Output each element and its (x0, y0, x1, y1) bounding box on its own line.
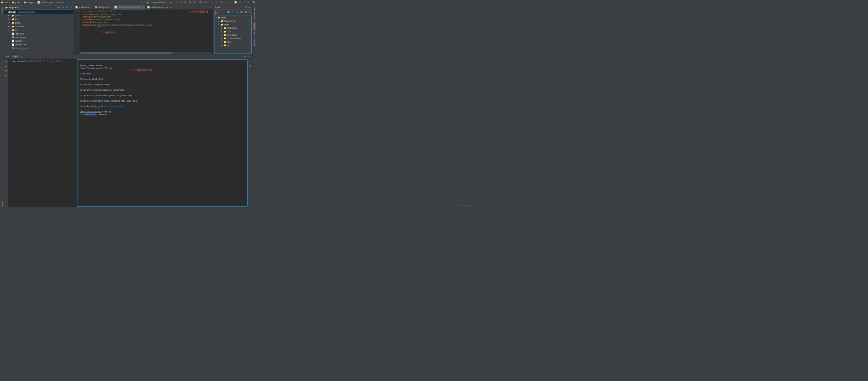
gear-icon[interactable]: ⚙ (245, 6, 248, 8)
minimize-icon[interactable]: — (69, 6, 72, 8)
build-duration: 5 m 47 s 768 ms (47, 60, 62, 63)
tree-item[interactable]: ▶📁META-INF (4, 25, 74, 28)
tree-root-user[interactable]: ▼📁 user ~/aidun/shanxi/user (4, 10, 74, 13)
gradle-collapse-icon[interactable]: ⇲ (236, 10, 239, 13)
hammer-icon[interactable]: ↘ (141, 1, 144, 4)
close-icon[interactable]: ✕ (21, 55, 23, 58)
rerun-icon[interactable]: ⟳ (5, 60, 7, 63)
tree-item[interactable]: ▶📁.gradle (4, 13, 74, 17)
tree-item[interactable]: 🐘build.gradle (4, 35, 74, 39)
window-icon[interactable]: ◻ (248, 1, 251, 4)
code-editor[interactable]: 1 2 3 4 5 6 7 8 #Thu May 10 21:25:29 CST… (74, 10, 213, 54)
close-icon[interactable]: ✕ (170, 6, 172, 8)
soft-wrap-icon[interactable]: ↩ (249, 60, 252, 63)
tree-item[interactable]: 📄.gitignore (4, 32, 74, 35)
gradle-node[interactable]: ▶📁build (214, 30, 251, 33)
vcs-history-icon[interactable]: 🕓 (234, 1, 237, 4)
close-icon[interactable]: ✕ (90, 6, 92, 8)
crumb-wrapper[interactable]: wrapper (27, 1, 34, 4)
branch-icon[interactable]: ⎇ (243, 1, 246, 4)
build-tab-sync[interactable]: Sync (12, 55, 19, 58)
gradle-node[interactable]: ▼📁Tasks (214, 23, 251, 26)
gear-icon[interactable]: ⚙ (66, 6, 69, 8)
build-header-label: Build: (5, 55, 10, 58)
stop-all-icon[interactable]: ◧ (216, 1, 218, 4)
build-console[interactable]: 3. 下载各种资源文件Starting Gradle Daemon... Gra… (77, 59, 248, 207)
build-state: finished (18, 60, 25, 63)
gear-icon[interactable]: ⚙ (243, 55, 246, 58)
gradle-node[interactable]: ▶📁ide (214, 43, 251, 47)
right-tab-database[interactable]: Database (253, 37, 256, 47)
crumb-user[interactable]: user (4, 1, 8, 4)
coverage-icon[interactable]: ◔ (179, 1, 182, 4)
breadcrumb[interactable]: 📁user 〉 📁gradle 〉 📁wrapper 〉 📊gradle-wra… (1, 1, 64, 4)
top-navbar: 📁user 〉 📁gradle 〉 📁wrapper 〉 📊gradle-wra… (0, 0, 256, 5)
tabs-overflow[interactable]: ← ≡7 (206, 6, 213, 8)
gradle-node[interactable]: ▶📁help (214, 40, 251, 43)
locate-icon[interactable]: ⊕ (57, 6, 60, 8)
editor-tab-active[interactable]: 📊gradle-wrapper.properties✕ (113, 5, 145, 9)
left-tab-structure[interactable]: ucture (1, 200, 3, 207)
close-icon[interactable]: ✕ (110, 6, 111, 8)
close-icon[interactable]: ✕ (142, 6, 144, 8)
scroll-end-icon[interactable]: ⤓ (249, 64, 252, 67)
gradle-remove-icon[interactable]: − (223, 10, 225, 13)
filter-icon[interactable]: ▲ (5, 65, 7, 67)
jrebel-selector[interactable]: JRebel ▾ (198, 1, 209, 4)
gradle-node[interactable]: ▶📁documentation (214, 37, 251, 40)
run-config-selector[interactable]: ⬤ UserApplication ▾ (145, 1, 168, 4)
play-small-icon: ⬤ (147, 1, 149, 4)
expand-all-icon[interactable]: ⇲ (61, 6, 64, 8)
right-tab-bean[interactable]: Bean Validation (253, 6, 256, 21)
tree-item[interactable]: 📄gradlew.bat (4, 42, 74, 46)
jrebel-debug-icon[interactable]: 🚀 (193, 1, 196, 4)
search-everywhere-icon[interactable]: 🔍 (253, 1, 256, 4)
crumb-file[interactable]: gradle-wrapper.properties (41, 1, 64, 4)
tree-item[interactable]: ▶📁.idea (4, 17, 74, 21)
gradle-node[interactable]: ▶📁Source Sets (214, 19, 251, 23)
annotation-1: 1. 改用 https (102, 31, 116, 34)
editor-tab[interactable]: 📄application-test.pro...✕ (145, 5, 174, 9)
tree-item[interactable]: ▶📁src (4, 28, 74, 32)
right-tab-gradle[interactable]: Gradle (253, 22, 256, 30)
gradle-node-root[interactable]: ▼🐘user (214, 16, 251, 19)
gradle-node[interactable]: ▶📁application (214, 26, 251, 30)
project-view-mode[interactable]: ▾ (17, 6, 18, 8)
profile-icon[interactable]: ◷ (184, 1, 187, 4)
left-tab-project[interactable]: 1: Project (1, 6, 3, 16)
wrench-icon[interactable]: 🔧 (249, 10, 251, 13)
gradle-refresh-button[interactable]: ⟳ (214, 10, 217, 13)
git-label: Git: (220, 1, 223, 4)
tree-item[interactable]: ▶📁gradle (4, 21, 74, 25)
tree-item[interactable]: 🐘settings.gradle (4, 46, 74, 50)
gradle-offline-icon[interactable]: ⛔ (245, 10, 247, 13)
jrebel-run-icon[interactable]: 🚀 (188, 1, 191, 4)
gradle-panel-title: Gradle (215, 6, 221, 8)
crumb-gradle[interactable]: gradle (15, 1, 21, 4)
vcs-commit-icon[interactable]: ✓ (229, 1, 232, 4)
editor-tab[interactable]: 📄gradlew.bat✕ (74, 5, 93, 9)
debug-icon[interactable]: 🐞 (175, 1, 178, 4)
gradle-run-icon[interactable]: 🐘 (227, 10, 230, 13)
gradle-link-icon[interactable]: 🔗 (240, 10, 243, 13)
vcs-update-icon[interactable]: ✓ (225, 1, 228, 4)
pin-icon[interactable]: 📌 (4, 69, 7, 72)
watermark: CSDN @torpidcat (458, 204, 471, 206)
stop-icon[interactable]: ◼ (211, 1, 214, 4)
build-tool-window: Build: Sync ✕ ⚙ — ⟳ ▲ 📌 👁 ✔ user: finish… (4, 54, 253, 207)
editor-tab[interactable]: 🐘build.gradle✕ (93, 5, 113, 9)
run-icon[interactable]: ▶ (170, 1, 173, 4)
help-link[interactable]: https://help.gradle.org (104, 105, 124, 107)
minimize-icon[interactable]: — (248, 6, 251, 8)
right-tab-ant[interactable]: Ant (253, 31, 256, 36)
minimize-icon[interactable]: — (248, 55, 251, 58)
gradle-node[interactable]: ▶📁build setup (214, 33, 251, 37)
view-icon[interactable]: 👁 (5, 75, 7, 77)
chevron-down-icon: ▾ (207, 1, 208, 4)
tree-item[interactable]: 📄gradlew (4, 39, 74, 42)
folder-icon: 📁 (12, 1, 14, 4)
vcs-revert-icon[interactable]: ↶ (239, 1, 242, 4)
gradle-add-icon[interactable]: ＋ (218, 10, 221, 13)
editor-horizontal-scrollbar[interactable] (81, 52, 212, 54)
gradle-expand-icon[interactable]: ⇱ (231, 10, 234, 13)
